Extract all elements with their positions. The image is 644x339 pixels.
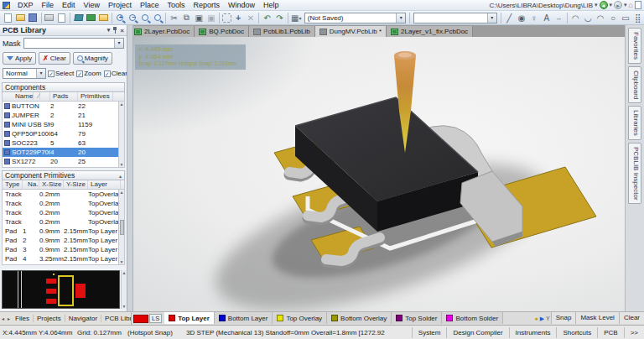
grid-preset-combo[interactable]: (Not Saved) ▾ bbox=[304, 13, 407, 23]
print-icon[interactable] bbox=[44, 12, 55, 23]
paste-array-icon[interactable]: ⣿ bbox=[632, 12, 643, 23]
place-via-icon[interactable]: ♀ bbox=[529, 12, 540, 23]
move-icon[interactable]: + bbox=[233, 12, 244, 23]
filter-indicator-icon[interactable]: Y bbox=[545, 316, 551, 321]
dock-tab-clipboard[interactable]: Clipboard bbox=[628, 66, 641, 103]
nav-forward-dropdown[interactable]: ▾ bbox=[624, 2, 627, 8]
place-dimension-icon[interactable]: ↔ bbox=[553, 12, 564, 23]
nav-forward-button[interactable]: ▸ bbox=[614, 1, 622, 9]
menu-dxp[interactable]: DXP bbox=[13, 1, 38, 9]
panel-tab-projects[interactable]: Projects bbox=[34, 315, 65, 322]
pcb-3d-viewport[interactable]: x: 4.445 mm y: 4.064 mm Snap: 0.127mm Ho… bbox=[133, 37, 625, 311]
magnify-button[interactable]: Magnify bbox=[73, 52, 112, 65]
col-type[interactable]: Type bbox=[3, 180, 23, 189]
component-row[interactable]: BUTTON222 bbox=[3, 102, 124, 111]
checkbox-select[interactable]: ✓Select bbox=[48, 70, 74, 77]
layer-tab-top-solder[interactable]: Top Solder bbox=[392, 312, 442, 324]
place-line-icon[interactable]: ╱ bbox=[504, 12, 515, 23]
select-area-icon[interactable] bbox=[222, 13, 231, 23]
col-name[interactable]: Name ∕ bbox=[3, 92, 50, 101]
col-primitives[interactable]: Primitives bbox=[78, 92, 113, 101]
doc-tab[interactable]: 2Layer_v1_fix.PcbDoc bbox=[387, 26, 473, 37]
variant-combo[interactable]: ▾ bbox=[413, 13, 497, 23]
panel-menu-icon[interactable]: ▾ bbox=[107, 27, 111, 34]
component-row[interactable]: QFP50P1000X10006479 bbox=[3, 129, 124, 138]
paste-icon[interactable]: ▣ bbox=[194, 12, 205, 23]
primitive-row[interactable]: Pad10.9mm2.15mmTop Layer bbox=[3, 227, 124, 236]
doc-tab[interactable]: DungMV.PcbLib * bbox=[315, 26, 387, 37]
panel-splitter[interactable] bbox=[127, 25, 133, 311]
doc-tab[interactable]: PcbLib1.PcbLib bbox=[249, 26, 315, 37]
menu-window[interactable]: Window bbox=[224, 1, 259, 9]
col-xsize[interactable]: X-Size bbox=[39, 180, 64, 189]
paste-special-icon[interactable]: ▣ bbox=[206, 12, 217, 23]
panel-pin-icon[interactable] bbox=[112, 27, 117, 34]
redo-icon[interactable]: ↷ bbox=[274, 12, 285, 23]
primitive-row[interactable]: Track0.2mmTopOverlay bbox=[3, 208, 124, 217]
dock-tab-libraries[interactable]: Libraries bbox=[628, 106, 641, 140]
panel-close-icon[interactable]: × bbox=[120, 27, 124, 34]
combo-arrow-icon[interactable]: ▾ bbox=[396, 13, 405, 23]
status-tab-shortcuts[interactable]: Shortcuts bbox=[556, 327, 597, 338]
zoom-in-icon[interactable]: + bbox=[115, 12, 126, 23]
path-dropdown-arrow[interactable]: ▾ bbox=[595, 2, 598, 8]
status-tab-pcb[interactable]: PCB bbox=[597, 327, 623, 338]
collapse-arrows-icon[interactable]: ▴ bbox=[119, 173, 122, 179]
combo-arrow-icon[interactable]: ▾ bbox=[36, 69, 45, 78]
scroll-down-icon[interactable]: ▼ bbox=[120, 259, 124, 264]
menu-project[interactable]: Project bbox=[104, 1, 136, 9]
layer-sets-button[interactable]: LS bbox=[149, 314, 162, 323]
layer-tab-top-overlay[interactable]: Top Overlay bbox=[273, 312, 327, 324]
panel-tab-pcb-library[interactable]: PCB Library bbox=[101, 315, 132, 322]
layer-tab-bottom-solder[interactable]: Bottom Solder bbox=[442, 312, 503, 324]
components-header[interactable]: Components bbox=[2, 82, 125, 92]
place-string-icon[interactable]: A bbox=[541, 12, 552, 23]
status-tab--[interactable]: >> bbox=[624, 327, 644, 338]
panel-tab-files[interactable]: Files bbox=[12, 315, 34, 322]
primitive-row[interactable]: Pad43.25mm2.15mmTop Layer bbox=[3, 254, 124, 263]
path-dropdown[interactable]: C:\Users\LIBRA\Desktop\Dung\LIB bbox=[489, 2, 593, 9]
primitive-row[interactable]: Track0.2mmTopOverlay bbox=[3, 190, 124, 199]
menu-reports[interactable]: Reports bbox=[189, 1, 224, 9]
col-ysize[interactable]: Y-Size bbox=[64, 180, 88, 189]
nav-back-dropdown[interactable]: ▾ bbox=[610, 2, 613, 8]
status-tab-instruments[interactable]: Instruments bbox=[509, 327, 557, 338]
tabs-scroll-left-icon[interactable]: ◂ bbox=[0, 316, 6, 321]
place-arc-center-icon[interactable]: ◡ bbox=[583, 12, 594, 23]
col-pads[interactable]: Pads bbox=[50, 92, 78, 101]
place-circle-icon[interactable]: ○ bbox=[608, 12, 619, 23]
doc-tab[interactable]: 2Layer.PcbDoc bbox=[130, 26, 195, 37]
checkbox-clear-existing[interactable]: ✓Clear Existing bbox=[104, 70, 127, 77]
combo-arrow-icon[interactable]: ▾ bbox=[114, 39, 123, 48]
nav-back-button[interactable]: ◂ bbox=[600, 1, 608, 9]
menu-tools[interactable]: Tools bbox=[163, 1, 189, 9]
board-green-icon[interactable] bbox=[86, 12, 96, 23]
copy-icon[interactable]: ⧉ bbox=[181, 12, 192, 23]
clear-button[interactable]: Clear bbox=[619, 312, 644, 324]
combo-arrow-icon[interactable]: ▾ bbox=[487, 13, 496, 23]
footprint-preview[interactable] bbox=[2, 270, 120, 309]
undo-icon[interactable]: ↶ bbox=[262, 12, 273, 23]
scroll-up-icon[interactable]: ▲ bbox=[122, 270, 127, 275]
component-row[interactable]: SOC223563 bbox=[3, 138, 124, 148]
print-preview-icon[interactable] bbox=[56, 12, 67, 23]
open-document-icon[interactable] bbox=[15, 12, 26, 23]
layer-tab-bottom-overlay[interactable]: Bottom Overlay bbox=[327, 312, 392, 324]
board-view-icon[interactable] bbox=[73, 12, 84, 23]
view-mode-combo[interactable]: Normal ▾ bbox=[3, 68, 46, 79]
menu-place[interactable]: Place bbox=[136, 1, 164, 9]
place-fill-icon[interactable]: ▭ bbox=[620, 12, 631, 23]
zoom-selection-icon[interactable] bbox=[152, 12, 163, 23]
primitive-row[interactable]: Track0.2mmTopOverlay bbox=[3, 217, 124, 227]
primitive-row[interactable]: Pad30.9mm2.15mmTop Layer bbox=[3, 245, 124, 254]
menu-view[interactable]: View bbox=[80, 1, 104, 9]
grid-settings-icon[interactable]: ▦▾ bbox=[291, 12, 302, 23]
place-arc-edge-icon[interactable]: ◠ bbox=[570, 12, 581, 23]
save-icon[interactable] bbox=[28, 12, 39, 23]
new-document-icon[interactable] bbox=[3, 12, 13, 23]
primitives-scrollbar[interactable]: ▲ ▼ bbox=[118, 190, 124, 264]
component-row[interactable]: JUMPER221 bbox=[3, 111, 124, 120]
scroll-up-icon[interactable]: ▲ bbox=[120, 190, 124, 195]
component-row[interactable]: SOT229P700X180-4420 bbox=[3, 148, 124, 157]
primitive-row[interactable]: Track0.2mmTopOverlay bbox=[3, 199, 124, 208]
